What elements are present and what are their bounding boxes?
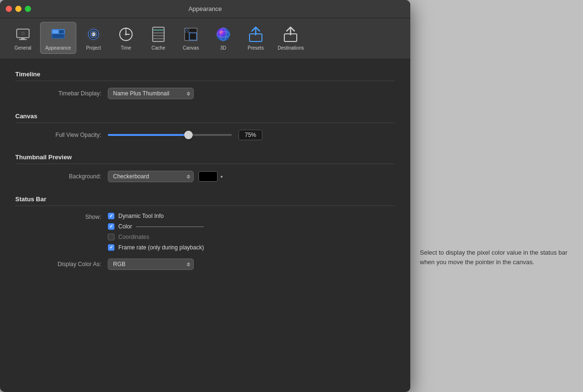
color-tooltip-line xyxy=(136,227,204,227)
toolbar-label-general: General xyxy=(14,45,31,51)
toolbar-item-general[interactable]: □ General xyxy=(8,22,38,53)
tooltip-text: Select to display the pixel color value … xyxy=(420,248,573,267)
traffic-lights xyxy=(6,6,31,12)
project-icon: ③ xyxy=(84,25,103,43)
opacity-slider-container: 75% xyxy=(108,130,262,140)
canvas-section: Canvas Full View Opacity: 75% xyxy=(15,113,395,140)
display-color-label: Display Color As: xyxy=(25,261,101,268)
color-label: Color xyxy=(118,223,132,230)
svg-text:□: □ xyxy=(21,31,24,36)
title-bar: Appearance xyxy=(0,0,410,18)
bg-dropdown-arrow-down-icon xyxy=(187,177,190,179)
opacity-row: Full View Opacity: 75% xyxy=(15,130,395,140)
status-bar-section-title: Status Bar xyxy=(15,196,395,206)
display-color-dropdown-arrows xyxy=(187,262,190,267)
svg-rect-19 xyxy=(153,27,164,41)
canvas-icon xyxy=(182,25,200,43)
3d-icon xyxy=(214,25,232,43)
show-row: Show: ✓ Dynamic Tool Info ✓ xyxy=(15,213,395,251)
color-swatch[interactable] xyxy=(198,171,218,182)
dynamic-tool-info-item[interactable]: ✓ Dynamic Tool Info xyxy=(108,213,204,219)
toolbar-label-time: Time xyxy=(121,45,131,51)
content-area: Timeline Timebar Display: Name Plus Thum… xyxy=(0,59,410,392)
toolbar-item-destinations[interactable]: Destinations xyxy=(273,22,309,53)
timeline-section-title: Timeline xyxy=(15,71,395,81)
color-swatch-chevron-icon[interactable]: ▾ xyxy=(220,174,223,179)
svg-rect-6 xyxy=(52,30,58,33)
check-mark-icon: ✓ xyxy=(109,214,113,218)
toolbar-item-canvas[interactable]: Canvas xyxy=(176,22,206,53)
background-value: Checkerboard xyxy=(113,173,149,180)
frame-rate-check-mark-icon: ✓ xyxy=(109,245,113,250)
color-checkbox[interactable]: ✓ xyxy=(108,223,115,230)
svg-rect-8 xyxy=(52,34,64,38)
minimize-button[interactable] xyxy=(15,6,21,12)
checkbox-group: ✓ Dynamic Tool Info ✓ Color xyxy=(108,213,204,251)
toolbar-item-appearance[interactable]: Appearance xyxy=(40,22,76,54)
toolbar-item-cache[interactable]: Cache xyxy=(143,22,174,53)
general-icon: □ xyxy=(14,25,32,43)
opacity-slider-thumb[interactable] xyxy=(184,131,193,139)
dropdown-arrow-down-icon xyxy=(187,94,190,96)
svg-point-15 xyxy=(125,28,127,30)
window-title: Appearance xyxy=(188,5,222,12)
frame-rate-label: Frame rate (only during playback) xyxy=(118,244,204,251)
thumbnail-preview-section: Thumbnail Preview Background: Checkerboa… xyxy=(15,154,395,182)
timebar-display-label: Timebar Display: xyxy=(25,90,101,97)
timebar-display-row: Timebar Display: Name Plus Thumbnail xyxy=(15,88,395,99)
canvas-section-title: Canvas xyxy=(15,113,395,123)
color-line-container: ✓ Color xyxy=(108,223,204,230)
opacity-slider-track[interactable] xyxy=(108,134,232,136)
toolbar-item-presets[interactable]: Presets xyxy=(240,22,271,53)
time-icon xyxy=(117,25,135,43)
timebar-display-value: Name Plus Thumbnail xyxy=(113,90,169,97)
show-label: Show: xyxy=(25,213,101,220)
dynamic-tool-info-checkbox[interactable]: ✓ xyxy=(108,213,115,219)
display-color-arrow-down-icon xyxy=(187,265,190,267)
coordinates-item[interactable]: Coordinates xyxy=(108,234,204,240)
background-row: Background: Checkerboard ▾ xyxy=(15,171,395,182)
background-dropdown[interactable]: Checkerboard xyxy=(108,171,194,182)
svg-point-18 xyxy=(125,33,127,35)
toolbar-label-3d: 3D xyxy=(220,45,227,51)
opacity-slider-fill xyxy=(108,134,188,136)
tooltip-container: Select to display the pixel color value … xyxy=(420,248,573,267)
toolbar-label-canvas: Canvas xyxy=(183,45,199,51)
svg-text:③: ③ xyxy=(91,31,96,37)
cache-icon xyxy=(149,25,167,43)
toolbar-label-project: Project xyxy=(86,45,101,51)
maximize-button[interactable] xyxy=(25,6,31,12)
toolbar: □ General Appearance xyxy=(0,18,410,59)
dynamic-tool-info-label: Dynamic Tool Info xyxy=(118,213,164,219)
toolbar-label-presets: Presets xyxy=(248,45,264,51)
color-check-mark-icon: ✓ xyxy=(109,224,113,229)
coordinates-checkbox[interactable] xyxy=(108,234,115,240)
svg-rect-7 xyxy=(59,30,64,33)
coordinates-label: Coordinates xyxy=(118,234,149,240)
toolbar-label-cache: Cache xyxy=(151,45,165,51)
svg-point-30 xyxy=(217,28,230,41)
timebar-display-dropdown[interactable]: Name Plus Thumbnail xyxy=(108,88,194,99)
color-swatch-container: ▾ xyxy=(198,171,223,182)
destinations-icon xyxy=(281,25,300,43)
display-color-value: RGB xyxy=(113,261,125,268)
opacity-label: Full View Opacity: xyxy=(25,132,101,138)
display-color-row: Display Color As: RGB xyxy=(15,258,395,270)
status-bar-section: Status Bar Show: ✓ Dynamic Tool Info xyxy=(15,196,395,270)
close-button[interactable] xyxy=(6,6,12,12)
bg-dropdown-arrow-up-icon xyxy=(187,175,190,176)
opacity-value: 75% xyxy=(239,130,262,140)
frame-rate-checkbox[interactable]: ✓ xyxy=(108,244,115,251)
display-color-dropdown[interactable]: RGB xyxy=(108,258,194,270)
toolbar-item-3d[interactable]: 3D xyxy=(208,22,239,53)
timeline-section: Timeline Timebar Display: Name Plus Thum… xyxy=(15,71,395,99)
main-window: Appearance □ General xyxy=(0,0,410,392)
toolbar-item-project[interactable]: ③ Project xyxy=(78,22,109,53)
toolbar-item-time[interactable]: Time xyxy=(111,22,141,53)
presets-icon xyxy=(247,25,265,43)
toolbar-label-destinations: Destinations xyxy=(278,45,304,51)
background-dropdown-arrows xyxy=(187,175,190,179)
color-item[interactable]: ✓ Color xyxy=(108,223,132,230)
thumbnail-preview-title: Thumbnail Preview xyxy=(15,154,395,164)
frame-rate-item[interactable]: ✓ Frame rate (only during playback) xyxy=(108,244,204,251)
